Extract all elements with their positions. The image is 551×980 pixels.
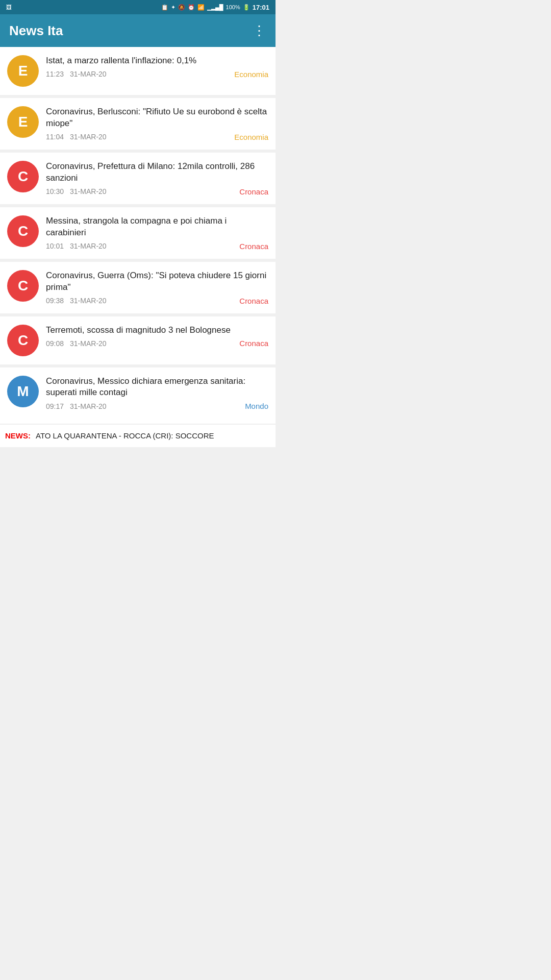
- news-item[interactable]: C Coronavirus, Guerra (Oms): "Si poteva …: [0, 262, 276, 313]
- news-content: Coronavirus, Berlusconi: "Rifiuto Ue su …: [46, 106, 268, 141]
- ticker-label: NEWS:: [0, 431, 36, 440]
- news-meta: 10:30 31-MAR-20 Cronaca: [46, 187, 268, 196]
- news-date: 31-MAR-20: [70, 242, 107, 250]
- alarm-icon: ⏰: [188, 4, 195, 11]
- status-bar-left: 🖼: [6, 4, 158, 10]
- signal-icon: ▁▂▄█: [207, 4, 223, 11]
- mute-icon: 🔕: [178, 4, 185, 11]
- news-title: Coronavirus, Berlusconi: "Rifiuto Ue su …: [46, 106, 268, 130]
- news-list: E Istat, a marzo rallenta l'inflazione: …: [0, 47, 276, 424]
- wifi-icon: 📶: [197, 4, 205, 11]
- news-category: Economia: [234, 133, 268, 141]
- avatar: E: [7, 106, 39, 138]
- ticker-content: ATO LA QUARANTENA - ROCCA (CRI): SOCCORE: [36, 431, 214, 440]
- news-time: 11:04: [46, 133, 64, 141]
- news-item[interactable]: E Istat, a marzo rallenta l'inflazione: …: [0, 47, 276, 95]
- news-date: 31-MAR-20: [70, 402, 107, 410]
- news-date: 31-MAR-20: [70, 297, 107, 305]
- news-date: 31-MAR-20: [70, 187, 107, 195]
- avatar: M: [7, 376, 39, 407]
- news-category: Cronaca: [239, 187, 268, 196]
- news-item[interactable]: E Coronavirus, Berlusconi: "Rifiuto Ue s…: [0, 98, 276, 150]
- avatar: C: [7, 215, 39, 247]
- news-date: 31-MAR-20: [70, 339, 107, 348]
- news-category: Cronaca: [239, 339, 268, 348]
- news-category: Cronaca: [239, 297, 268, 305]
- avatar: C: [7, 161, 39, 192]
- camera-icon: 🖼: [6, 4, 12, 10]
- news-content: Messina, strangola la compagna e poi chi…: [46, 215, 268, 251]
- avatar: C: [7, 270, 39, 302]
- news-meta: 10:01 31-MAR-20 Cronaca: [46, 242, 268, 251]
- bluetooth-icon: ✦: [171, 4, 176, 11]
- news-title: Messina, strangola la compagna e poi chi…: [46, 215, 268, 239]
- battery-percentage: 100%: [226, 4, 240, 10]
- news-time: 11:23: [46, 70, 64, 78]
- news-content: Istat, a marzo rallenta l'inflazione: 0,…: [46, 55, 268, 79]
- news-content: Terremoti, scossa di magnitudo 3 nel Bol…: [46, 325, 268, 348]
- sim-icon: 📋: [161, 4, 168, 11]
- news-meta: 09:08 31-MAR-20 Cronaca: [46, 339, 268, 348]
- news-meta: 11:23 31-MAR-20 Economia: [46, 70, 268, 79]
- news-title: Istat, a marzo rallenta l'inflazione: 0,…: [46, 55, 268, 67]
- news-content: Coronavirus, Guerra (Oms): "Si poteva ch…: [46, 270, 268, 305]
- status-icons: 📋 ✦ 🔕 ⏰ 📶 ▁▂▄█ 100% 🔋 17:01: [161, 4, 269, 11]
- avatar: E: [7, 55, 39, 87]
- news-title: Terremoti, scossa di magnitudo 3 nel Bol…: [46, 325, 268, 336]
- news-meta: 09:17 31-MAR-20 Mondo: [46, 402, 268, 410]
- news-time: 09:08: [46, 339, 64, 348]
- news-category: Mondo: [245, 402, 268, 410]
- news-item[interactable]: C Messina, strangola la compagna e poi c…: [0, 207, 276, 259]
- news-date: 31-MAR-20: [70, 133, 107, 141]
- app-bar: News Ita ⋮: [0, 14, 276, 47]
- avatar: C: [7, 325, 39, 356]
- app-title: News Ita: [9, 23, 253, 39]
- news-title: Coronavirus, Messico dichiara emergenza …: [46, 376, 268, 399]
- news-title: Coronavirus, Guerra (Oms): "Si poteva ch…: [46, 270, 268, 293]
- news-item[interactable]: C Terremoti, scossa di magnitudo 3 nel B…: [0, 316, 276, 364]
- news-item[interactable]: C Coronavirus, Prefettura di Milano: 12m…: [0, 153, 276, 204]
- news-time: 10:01: [46, 242, 64, 250]
- more-options-button[interactable]: ⋮: [253, 24, 266, 37]
- status-time: 17:01: [253, 4, 269, 11]
- news-category: Cronaca: [239, 242, 268, 251]
- news-content: Coronavirus, Messico dichiara emergenza …: [46, 376, 268, 411]
- news-title: Coronavirus, Prefettura di Milano: 12mil…: [46, 161, 268, 184]
- news-date: 31-MAR-20: [70, 70, 107, 78]
- ticker-bar: NEWS: ATO LA QUARANTENA - ROCCA (CRI): S…: [0, 424, 276, 447]
- news-time: 09:38: [46, 297, 64, 305]
- news-item[interactable]: M Coronavirus, Messico dichiara emergenz…: [0, 368, 276, 424]
- news-category: Economia: [234, 70, 268, 79]
- news-content: Coronavirus, Prefettura di Milano: 12mil…: [46, 161, 268, 196]
- news-meta: 11:04 31-MAR-20 Economia: [46, 133, 268, 141]
- news-time: 09:17: [46, 402, 64, 410]
- news-time: 10:30: [46, 187, 64, 195]
- battery-icon: 🔋: [243, 4, 250, 11]
- status-bar: 🖼 📋 ✦ 🔕 ⏰ 📶 ▁▂▄█ 100% 🔋 17:01: [0, 0, 276, 14]
- news-meta: 09:38 31-MAR-20 Cronaca: [46, 297, 268, 305]
